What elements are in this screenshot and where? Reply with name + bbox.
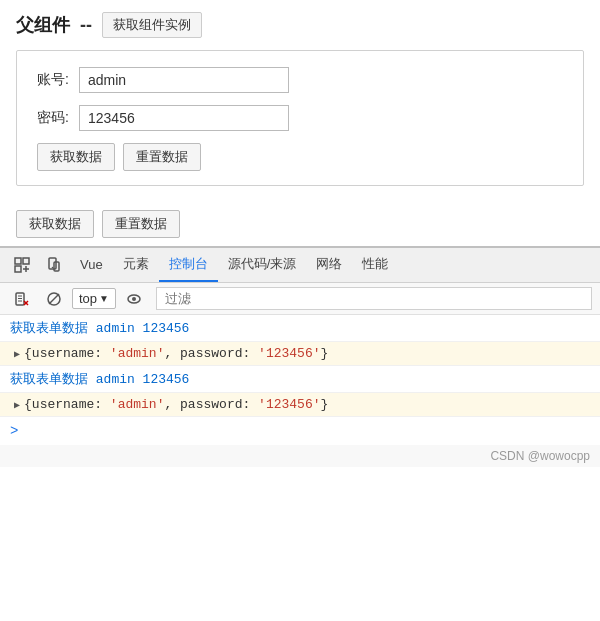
devtools-tab-elements[interactable]: 元素 — [113, 248, 159, 282]
inspector-icon — [14, 257, 30, 273]
block-icon — [46, 291, 62, 307]
parent-fetch-button[interactable]: 获取数据 — [16, 210, 94, 238]
devtools-tab-network[interactable]: 网络 — [306, 248, 352, 282]
device-icon — [46, 257, 62, 273]
child-fetch-button[interactable]: 获取数据 — [37, 143, 115, 171]
console-line-3: 获取表单数据 admin 123456 — [0, 366, 600, 393]
devtools-tabs: Vue 元素 控制台 源代码/来源 网络 性能 — [0, 248, 600, 283]
child-reset-button[interactable]: 重置数据 — [123, 143, 201, 171]
console-text-1: 获取表单数据 admin 123456 — [10, 319, 189, 337]
svg-line-15 — [49, 294, 59, 304]
account-row: 账号: — [37, 67, 563, 93]
parent-buttons-row: 获取数据 重置数据 — [0, 204, 600, 246]
top-dropdown[interactable]: top ▼ — [72, 288, 116, 309]
clear-icon — [14, 291, 30, 307]
account-label: 账号: — [37, 71, 79, 89]
expand-icon-2[interactable]: ▶ — [14, 399, 20, 411]
eye-icon — [126, 291, 142, 307]
devtools-tab-console[interactable]: 控制台 — [159, 248, 218, 282]
block-icon-button[interactable] — [40, 288, 68, 310]
separator: -- — [80, 15, 92, 36]
expand-icon-1[interactable]: ▶ — [14, 348, 20, 360]
devtools-tab-sources[interactable]: 源代码/来源 — [218, 248, 307, 282]
get-instance-button[interactable]: 获取组件实例 — [102, 12, 202, 38]
console-text-3: 获取表单数据 admin 123456 — [10, 370, 189, 388]
password-label: 密码: — [37, 109, 79, 127]
devtools-toolbar: top ▼ — [0, 283, 600, 315]
svg-point-17 — [132, 297, 136, 301]
console-text-2: {username: 'admin', password: '123456'} — [24, 346, 328, 361]
page-title: 父组件 — [16, 13, 70, 37]
top-label: top — [79, 291, 97, 306]
filter-input[interactable] — [156, 287, 592, 310]
child-button-row: 获取数据 重置数据 — [37, 143, 563, 171]
account-input[interactable] — [79, 67, 289, 93]
console-text-4: {username: 'admin', password: '123456'} — [24, 397, 328, 412]
devtools-panel: Vue 元素 控制台 源代码/来源 网络 性能 top ▼ — [0, 246, 600, 467]
console-line-4: ▶ {username: 'admin', password: '123456'… — [0, 393, 600, 417]
console-input-arrow[interactable]: > — [0, 417, 600, 445]
watermark: CSDN @wowocpp — [0, 445, 600, 467]
console-line-1: 获取表单数据 admin 123456 — [0, 315, 600, 342]
top-section: 父组件 -- 获取组件实例 账号: 密码: 获取数据 重置数据 — [0, 0, 600, 204]
dropdown-arrow-icon: ▼ — [99, 293, 109, 304]
console-line-2: ▶ {username: 'admin', password: '123456'… — [0, 342, 600, 366]
password-row: 密码: — [37, 105, 563, 131]
svg-point-7 — [52, 267, 54, 269]
device-icon-button[interactable] — [38, 251, 70, 279]
devtools-tab-performance[interactable]: 性能 — [352, 248, 398, 282]
svg-rect-1 — [23, 258, 29, 264]
console-output: 获取表单数据 admin 123456 ▶ {username: 'admin'… — [0, 315, 600, 445]
password-input[interactable] — [79, 105, 289, 131]
parent-reset-button[interactable]: 重置数据 — [102, 210, 180, 238]
clear-console-button[interactable] — [8, 288, 36, 310]
inspector-icon-button[interactable] — [6, 251, 38, 279]
svg-rect-2 — [15, 266, 21, 272]
svg-rect-0 — [15, 258, 21, 264]
devtools-tab-vue[interactable]: Vue — [70, 250, 113, 281]
child-card: 账号: 密码: 获取数据 重置数据 — [16, 50, 584, 186]
page-title-row: 父组件 -- 获取组件实例 — [16, 12, 584, 38]
eye-icon-button[interactable] — [120, 288, 148, 310]
